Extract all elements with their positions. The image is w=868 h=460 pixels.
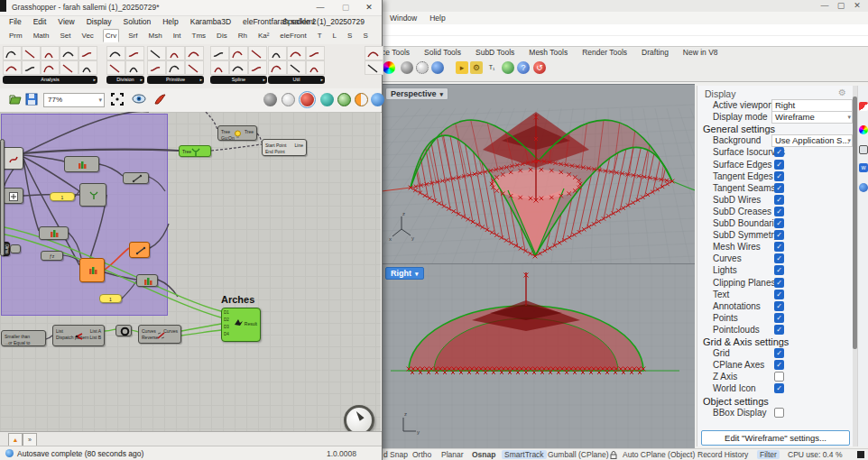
menu-solution[interactable]: Solution	[124, 17, 152, 26]
curve-tool-icon[interactable]	[229, 46, 248, 60]
maximize-icon[interactable]: ▢	[338, 2, 353, 14]
monitor-icon[interactable]	[859, 145, 868, 154]
tab-elefront[interactable]: eleFront	[278, 30, 308, 41]
toolbar-group-label[interactable]: Division▸	[106, 76, 144, 84]
checkbox-curves[interactable]: ✓	[774, 253, 784, 263]
curve-tool-icon[interactable]	[106, 60, 125, 75]
tab-tms[interactable]: Tms	[190, 30, 208, 41]
menu-help[interactable]: Help	[162, 17, 178, 26]
tab-crv[interactable]: Crv	[103, 29, 119, 42]
curve-tool-icon[interactable]	[106, 46, 125, 60]
curve-tool-icon[interactable]	[147, 60, 166, 75]
display-mode-4-icon[interactable]	[371, 93, 384, 106]
status-filter[interactable]: Filter	[757, 450, 780, 459]
status-record-history[interactable]: Record History	[697, 450, 748, 459]
curve-tool-icon[interactable]	[166, 60, 185, 75]
checkbox-bbox-display[interactable]	[774, 408, 784, 418]
smaller-than-component[interactable]: Smaller than...or Equal to	[1, 330, 46, 346]
status-square-icon[interactable]	[857, 451, 864, 458]
toolbar-tab-drafting[interactable]: Drafting	[642, 48, 669, 57]
display-mode-1-icon[interactable]	[320, 93, 334, 106]
gear-icon[interactable]: ⚙	[470, 61, 483, 74]
group-tool-icon[interactable]: »	[23, 433, 37, 446]
gate-component[interactable]: TreeGu:OnTree	[217, 125, 257, 141]
sphere-icon[interactable]	[401, 61, 413, 74]
toolbar-group-label[interactable]: Analysis▸	[3, 76, 97, 84]
color-wheel-icon[interactable]	[383, 61, 395, 74]
toolbar-tab-render-tools[interactable]: Render Tools	[582, 48, 627, 57]
tab-s[interactable]: S	[361, 30, 369, 41]
curve-tool-icon[interactable]	[78, 60, 97, 75]
checkbox-clipping-planes[interactable]: ✓	[774, 278, 784, 288]
curve-tool-icon[interactable]	[185, 46, 204, 60]
gh-component[interactable]	[39, 226, 69, 240]
minimize-icon[interactable]: —	[817, 0, 832, 12]
checkbox-lights[interactable]: ✓	[774, 265, 784, 275]
canvas-compass-widget[interactable]	[344, 405, 374, 431]
curve-tool-icon[interactable]	[60, 46, 78, 60]
status-smarttrack[interactable]: SmartTrack	[502, 450, 547, 459]
curve-tool-icon[interactable]	[60, 60, 78, 75]
curve-tool-icon[interactable]	[268, 46, 287, 60]
preview-wireframe-icon[interactable]	[282, 93, 295, 106]
notes-icon[interactable]: w	[859, 163, 868, 172]
active-viewport-input[interactable]: Right	[771, 99, 853, 112]
curve-tool-icon[interactable]	[41, 46, 60, 60]
annotate-icon[interactable]: T₁	[485, 61, 498, 74]
gh-component[interactable]	[136, 274, 158, 287]
flatten-component[interactable]	[115, 325, 132, 336]
tab-prm[interactable]: Prm	[7, 30, 24, 41]
checkbox-grid[interactable]: ✓	[774, 348, 784, 358]
menu-document-name[interactable]: farah sallemi (1)_20250729	[272, 17, 365, 26]
karamba-icon[interactable]: ▲	[8, 433, 23, 446]
reverse-curves-component[interactable]: CurvesReverseCurves	[138, 325, 181, 344]
checkbox-text[interactable]: ✓	[774, 290, 784, 299]
help-icon[interactable]: ?	[517, 61, 530, 74]
tab-msh[interactable]: Msh	[147, 30, 164, 41]
chevron-down-icon[interactable]: ▾	[440, 91, 444, 98]
viewport-right[interactable]: zy Right▾	[382, 263, 695, 449]
chevron-down-icon[interactable]: ▾	[847, 135, 851, 146]
expression-component[interactable]: ƒz	[41, 251, 63, 261]
tab-s[interactable]: S	[346, 30, 354, 41]
zoom-level-select[interactable]: 77%▾	[43, 93, 105, 107]
checkbox-z-axis[interactable]	[774, 372, 784, 382]
checkbox-mesh-wires[interactable]: ✓	[774, 242, 784, 252]
toolbar-tab-mesh-tools[interactable]: Mesh Tools	[529, 48, 568, 57]
tab-set[interactable]: Set	[58, 30, 72, 41]
lock-icon[interactable]	[610, 451, 617, 459]
curve-tool-icon[interactable]	[22, 60, 41, 75]
toolbar-group-label[interactable]: Spline▸	[210, 76, 267, 84]
cluster-input[interactable]: D4	[224, 332, 229, 336]
wire-sphere-icon[interactable]	[416, 61, 429, 74]
toolbar-tab-solid-tools[interactable]: Solid Tools	[424, 48, 461, 57]
tab-l[interactable]: L	[331, 30, 338, 41]
menu-elefront[interactable]: eleFront	[243, 17, 271, 26]
menu-display[interactable]: Display	[87, 17, 112, 26]
addition-component[interactable]	[3, 188, 23, 204]
arches-cluster-component[interactable]: D1 D2 D3 D4 Result	[221, 308, 261, 342]
curve-tool-icon[interactable]	[78, 46, 97, 60]
number-panel[interactable]: 1	[99, 294, 122, 303]
selected-line-component[interactable]	[129, 242, 150, 258]
checkbox-surface-isocurves[interactable]: ✓	[774, 147, 784, 157]
save-icon[interactable]	[25, 93, 38, 106]
toolbar-tab-new-in-v8[interactable]: New in V8	[683, 48, 718, 57]
cluster-input[interactable]: D2	[224, 317, 229, 322]
curve-tool-icon[interactable]	[41, 60, 60, 75]
gh-component[interactable]	[64, 156, 99, 172]
earth-icon[interactable]	[502, 61, 514, 74]
display-panel-tab-icon[interactable]	[859, 102, 868, 111]
menu-edit[interactable]: Edit	[33, 17, 47, 26]
checkbox-subd-boundaries[interactable]: ✓	[774, 218, 784, 228]
status-gumball-cplane-[interactable]: Gumball (CPlane)	[548, 450, 609, 459]
background-dropdown[interactable]: Use Application S...▾	[771, 134, 853, 147]
checkbox-world-icon[interactable]: ✓	[774, 383, 784, 393]
arrow-tool-icon[interactable]: ▸	[456, 61, 468, 74]
chevron-down-icon[interactable]: ▾	[415, 271, 419, 278]
preview-off-icon[interactable]	[263, 93, 277, 106]
curve-tool-icon[interactable]	[125, 46, 144, 60]
maximize-icon[interactable]: ▢	[834, 0, 848, 12]
curve-tool-icon[interactable]	[147, 46, 166, 60]
close-icon[interactable]: ✕	[850, 0, 864, 12]
